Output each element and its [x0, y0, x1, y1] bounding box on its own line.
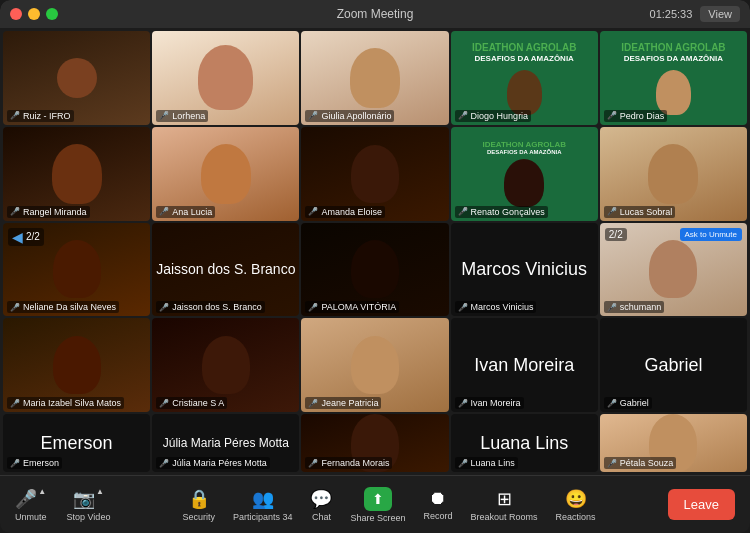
mic-icon-jeane: 🎤: [308, 399, 318, 408]
video-cell-jeane[interactable]: 🎤 Jeane Patricia: [301, 318, 448, 412]
participants-button[interactable]: 👥 Participants 34: [233, 488, 293, 522]
video-grid-container: 🎤 Ruiz - IFRO 🎤 Lorhena 🎤 Giulia Apollon…: [0, 28, 750, 475]
window-title: Zoom Meeting: [337, 7, 414, 21]
stop-video-label: Stop Video: [67, 512, 111, 522]
video-cell-fernanda[interactable]: 🎤 Fernanda Morais: [301, 414, 448, 472]
share-screen-button[interactable]: ⬆ Share Screen: [350, 487, 405, 523]
ideathon-logo: IDEATHON AGROLAB DESAFIOS DA AMAZÔNIA: [472, 41, 576, 64]
share-screen-label: Share Screen: [350, 513, 405, 523]
breakout-rooms-button[interactable]: ⊞ Breakout Rooms: [471, 488, 538, 522]
mic-icon-petala: 🎤: [607, 459, 617, 468]
name-schumann: 🎤 schumann: [604, 301, 665, 313]
video-cell-gabriel[interactable]: Gabriel 🎤 Gabriel: [600, 318, 747, 412]
toolbar-right: Leave: [668, 489, 735, 520]
name-giulia: 🎤 Giulia Apollonário: [305, 110, 394, 122]
mic-icon-ivan: 🎤: [458, 399, 468, 408]
title-bar: Zoom Meeting 01:25:33 View: [0, 0, 750, 28]
video-cell-marcos[interactable]: Marcos Vinicius 🎤 Marcos Vinicius: [451, 223, 598, 317]
fullscreen-button[interactable]: [46, 8, 58, 20]
leave-button[interactable]: Leave: [668, 489, 735, 520]
video-cell-diogo[interactable]: IDEATHON AGROLAB DESAFIOS DA AMAZÔNIA 🎤 …: [451, 31, 598, 125]
name-paloma: 🎤 PALOMA VITÓRIA: [305, 301, 399, 313]
reactions-label: Reactions: [556, 512, 596, 522]
video-arrow-icon: ▲: [96, 487, 104, 496]
video-toolbar-icon: 📷: [73, 488, 95, 510]
chat-icon: 💬: [310, 488, 332, 510]
mic-icon-renato: 🎤: [458, 207, 468, 216]
mic-icon-marcos: 🎤: [458, 303, 468, 312]
name-renato: 🎤 Renato Gonçalves: [455, 206, 548, 218]
name-ruiz: 🎤 Ruiz - IFRO: [7, 110, 74, 122]
video-cell-lorhena[interactable]: 🎤 Lorhena: [152, 31, 299, 125]
video-cell-ivan[interactable]: Ivan Moreira 🎤 Ivan Moreira: [451, 318, 598, 412]
meeting-timer: 01:25:33: [650, 8, 693, 20]
page-indicator-schumann: 2/2: [605, 228, 627, 241]
video-grid: 🎤 Ruiz - IFRO 🎤 Lorhena 🎤 Giulia Apollon…: [3, 31, 747, 472]
traffic-lights: [10, 8, 58, 20]
video-cell-petala[interactable]: 🎤 Pétala Souza: [600, 414, 747, 472]
name-gabriel: 🎤 Gabriel: [604, 397, 652, 409]
video-cell-neliane[interactable]: ◀ 2/2 🎤 Neliane Da silva Neves: [3, 223, 150, 317]
unmute-label: Unmute: [15, 512, 47, 522]
name-jeane: 🎤 Jeane Patricia: [305, 397, 381, 409]
ask-unmute-button[interactable]: Ask to Unmute: [680, 228, 742, 241]
participants-label: Participants 34: [233, 512, 293, 522]
mic-icon-julia: 🎤: [159, 459, 169, 468]
mic-icon-giulia: 🎤: [308, 111, 318, 120]
name-diogo: 🎤 Diogo Hungria: [455, 110, 532, 122]
video-cell-luana[interactable]: Luana Lins 🎤 Luana Lins: [451, 414, 598, 472]
mic-icon-neliane: 🎤: [10, 303, 20, 312]
minimize-button[interactable]: [28, 8, 40, 20]
mic-arrow-icon: ▲: [38, 487, 46, 496]
security-icon: 🔒: [188, 488, 210, 510]
name-maria: 🎤 Maria Izabel Silva Matos: [7, 397, 124, 409]
video-cell-cristiane[interactable]: 🎤 Cristiane S A: [152, 318, 299, 412]
video-cell-schumann[interactable]: 2/2 Ask to Unmute 🎤 schumann: [600, 223, 747, 317]
page-indicator-neliane: ◀ 2/2: [8, 228, 44, 246]
mic-icon-paloma: 🎤: [308, 303, 318, 312]
name-amanda: 🎤 Amanda Eloise: [305, 206, 385, 218]
mic-icon-gabriel: 🎤: [607, 399, 617, 408]
video-cell-amanda[interactable]: 🎤 Amanda Eloise: [301, 127, 448, 221]
unmute-button[interactable]: 🎤 ▲ Unmute: [15, 487, 47, 522]
security-label: Security: [182, 512, 215, 522]
mic-icon-ana: 🎤: [159, 207, 169, 216]
video-cell-emerson[interactable]: Emerson 🎤 Emerson: [3, 414, 150, 472]
mic-icon-fernanda: 🎤: [308, 459, 318, 468]
video-cell-jaisson[interactable]: Jaisson dos S. Branco 🎤 Jaisson dos S. B…: [152, 223, 299, 317]
stop-video-button[interactable]: 📷 ▲ Stop Video: [67, 487, 111, 522]
name-marcos: 🎤 Marcos Vinicius: [455, 301, 537, 313]
name-pedro: 🎤 Pedro Dias: [604, 110, 668, 122]
avatar-diogo: IDEATHON AGROLAB DESAFIOS DA AMAZÔNIA: [455, 35, 594, 121]
toolbar: 🎤 ▲ Unmute 📷 ▲ Stop Video 🔒 Security 👥 P…: [0, 475, 750, 533]
chat-button[interactable]: 💬 Chat: [310, 488, 332, 522]
video-cell-renato[interactable]: IDEATHON AGROLAB DESAFIOS DA AMAZÔNIA 🎤 …: [451, 127, 598, 221]
name-ana: 🎤 Ana Lucia: [156, 206, 215, 218]
video-cell-pedro[interactable]: IDEATHON AGROLAB DESAFIOS DA AMAZÔNIA 🎤 …: [600, 31, 747, 125]
video-cell-paloma[interactable]: 🎤 PALOMA VITÓRIA: [301, 223, 448, 317]
name-ivan: 🎤 Ivan Moreira: [455, 397, 524, 409]
mic-icon-rangel: 🎤: [10, 207, 20, 216]
video-cell-julia[interactable]: Júlia Maria Péres Motta 🎤 Júlia Maria Pé…: [152, 414, 299, 472]
mic-icon-schumann: 🎤: [607, 303, 617, 312]
record-icon: ⏺: [429, 488, 447, 509]
ideathon-logo-2: IDEATHON AGROLAB DESAFIOS DA AMAZÔNIA: [621, 41, 725, 64]
mic-icon-ruiz: 🎤: [10, 111, 20, 120]
video-cell-giulia[interactable]: 🎤 Giulia Apollonário: [301, 31, 448, 125]
video-cell-rangel[interactable]: 🎤 Rangel Miranda: [3, 127, 150, 221]
security-button[interactable]: 🔒 Security: [182, 488, 215, 522]
view-button[interactable]: View: [700, 6, 740, 22]
video-cell-lucas[interactable]: 🎤 Lucas Sobral: [600, 127, 747, 221]
name-neliane: 🎤 Neliane Da silva Neves: [7, 301, 119, 313]
breakout-label: Breakout Rooms: [471, 512, 538, 522]
video-cell-ruiz[interactable]: 🎤 Ruiz - IFRO: [3, 31, 150, 125]
mic-icon-amanda: 🎤: [308, 207, 318, 216]
video-cell-ana[interactable]: 🎤 Ana Lucia: [152, 127, 299, 221]
record-button[interactable]: ⏺ Record: [424, 488, 453, 521]
video-cell-maria[interactable]: 🎤 Maria Izabel Silva Matos: [3, 318, 150, 412]
name-julia: 🎤 Júlia Maria Péres Motta: [156, 457, 270, 469]
mic-icon-lorhena: 🎤: [159, 111, 169, 120]
close-button[interactable]: [10, 8, 22, 20]
participants-icon: 👥: [252, 488, 274, 510]
reactions-button[interactable]: 😀 Reactions: [556, 488, 596, 522]
